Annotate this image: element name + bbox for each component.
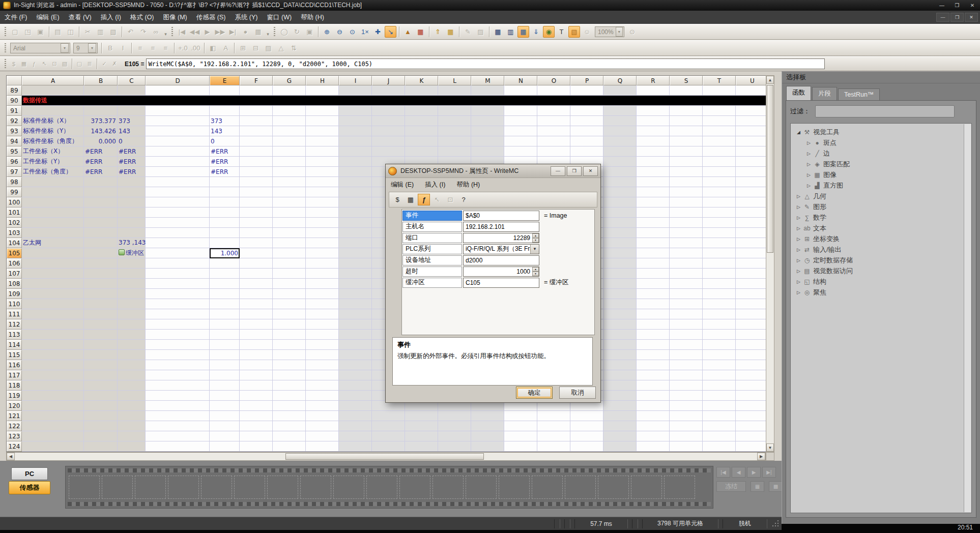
redo-icon[interactable]: ↷ (137, 26, 149, 38)
cell-T115[interactable] (703, 350, 736, 360)
cell-U91[interactable] (736, 106, 769, 116)
cell-E122[interactable] (210, 421, 240, 431)
cell-N93[interactable] (504, 126, 537, 136)
cell-H105[interactable] (306, 248, 339, 258)
cell-F115[interactable] (240, 350, 273, 360)
cell-Q99[interactable] (603, 187, 637, 197)
cell-G95[interactable] (273, 146, 306, 157)
cell-C115[interactable] (118, 350, 146, 360)
property-field-6[interactable]: C105 (463, 278, 539, 288)
cell-Q121[interactable] (603, 411, 637, 421)
cell-R123[interactable] (637, 431, 670, 441)
cell-B106[interactable] (84, 258, 118, 269)
cell-T122[interactable] (703, 421, 736, 431)
cell-I103[interactable] (339, 228, 372, 238)
cell-A114[interactable] (22, 340, 84, 350)
cell-D121[interactable] (146, 411, 210, 421)
cell-H99[interactable] (306, 187, 339, 197)
cell-J122[interactable] (372, 421, 405, 431)
cell-B89[interactable] (84, 85, 118, 96)
menu-item-2[interactable]: 查看 (V) (64, 11, 96, 24)
cell-O123[interactable] (537, 431, 570, 441)
cell-J92[interactable] (372, 116, 405, 126)
collapse-arrow-icon[interactable]: ▷ (795, 290, 802, 295)
maximize-icon[interactable]: ❒ (949, 0, 965, 11)
cell-I107[interactable] (339, 269, 372, 279)
cell-G108[interactable] (273, 279, 306, 289)
collapse-arrow-icon[interactable]: ▷ (795, 247, 802, 252)
column-header-H[interactable]: H (306, 76, 339, 85)
cell-Q108[interactable] (603, 279, 637, 289)
property-label-6[interactable]: 缓冲区 (402, 278, 462, 288)
cell-F113[interactable] (240, 330, 273, 340)
cell-E118[interactable] (210, 380, 240, 391)
collapse-arrow-icon[interactable]: ▷ (795, 258, 802, 263)
cell-Q102[interactable] (603, 218, 637, 228)
cell-R92[interactable] (637, 116, 670, 126)
cell-B100[interactable] (84, 197, 118, 208)
cell-A110[interactable] (22, 299, 84, 309)
cell-T116[interactable] (703, 360, 736, 370)
cell-L123[interactable] (438, 431, 471, 441)
column-header-I[interactable]: I (339, 76, 372, 85)
cell-B105[interactable] (84, 248, 118, 258)
cell-U93[interactable] (736, 126, 769, 136)
column-header-S[interactable]: S (670, 76, 703, 85)
cell-R89[interactable] (637, 85, 670, 96)
cell-M92[interactable] (471, 116, 504, 126)
next-images-icon[interactable]: ▶▶ (214, 26, 226, 38)
cell-T112[interactable] (703, 319, 736, 330)
cell-J95[interactable] (372, 146, 405, 157)
dialog-select-reference-icon[interactable]: ↖ (431, 194, 443, 205)
select-reference-icon[interactable]: ↖ (40, 59, 49, 69)
absolute-reference-icon[interactable]: $ (9, 59, 18, 69)
cell-S93[interactable] (670, 126, 703, 136)
cell-I120[interactable] (339, 401, 372, 411)
cell-N124[interactable] (504, 441, 537, 452)
cell-S100[interactable] (670, 197, 703, 208)
cell-L91[interactable] (438, 106, 471, 116)
property-field-3[interactable]: iQ-F/R/Q/L 系列（3E Fra▼ (463, 244, 539, 254)
collapse-arrow-icon[interactable]: ▷ (805, 151, 813, 156)
cell-E112[interactable] (210, 319, 240, 330)
column-header-J[interactable]: J (372, 76, 405, 85)
cell-N89[interactable] (504, 85, 537, 96)
cell-R100[interactable] (637, 197, 670, 208)
tree-item-直方图[interactable]: ▷▟直方图 (801, 180, 971, 191)
cell-S101[interactable] (670, 208, 703, 218)
cell-A105[interactable] (22, 248, 84, 258)
first-frame-button[interactable]: |◀ (716, 467, 730, 478)
cell-C113[interactable] (118, 330, 146, 340)
cell-U96[interactable] (736, 157, 769, 167)
cell-E111[interactable] (210, 309, 240, 319)
cell-S118[interactable] (670, 380, 703, 391)
font-size-combo[interactable]: 9▾ (73, 43, 98, 53)
insert-function-icon[interactable]: ƒ (30, 59, 39, 69)
cell-Q118[interactable] (603, 380, 637, 391)
cell-D103[interactable] (146, 228, 210, 238)
cell-U114[interactable] (736, 340, 769, 350)
last-frame-button[interactable]: ▶| (762, 467, 776, 478)
cell-U112[interactable] (736, 319, 769, 330)
cell-H98[interactable] (306, 177, 339, 187)
cell-Q89[interactable] (603, 85, 637, 96)
cell-I98[interactable] (339, 177, 372, 187)
cell-Q94[interactable] (603, 136, 637, 146)
cell-G119[interactable] (273, 391, 306, 401)
cell-Q103[interactable] (603, 228, 637, 238)
cell-E120[interactable] (210, 401, 240, 411)
cell-F109[interactable] (240, 289, 273, 299)
cell-G114[interactable] (273, 340, 306, 350)
property-label-4[interactable]: 设备地址 (402, 255, 462, 265)
cell-U107[interactable] (736, 269, 769, 279)
cell-T93[interactable] (703, 126, 736, 136)
cell-R116[interactable] (637, 360, 670, 370)
cell-H106[interactable] (306, 258, 339, 269)
menu-item-1[interactable]: 编辑 (E) (32, 11, 64, 24)
cell-Q122[interactable] (603, 421, 637, 431)
row-header-111[interactable]: 111 (7, 309, 22, 319)
cell-S98[interactable] (670, 177, 703, 187)
cell-G100[interactable] (273, 197, 306, 208)
cell-G104[interactable] (273, 238, 306, 248)
cell-A123[interactable] (22, 431, 84, 441)
